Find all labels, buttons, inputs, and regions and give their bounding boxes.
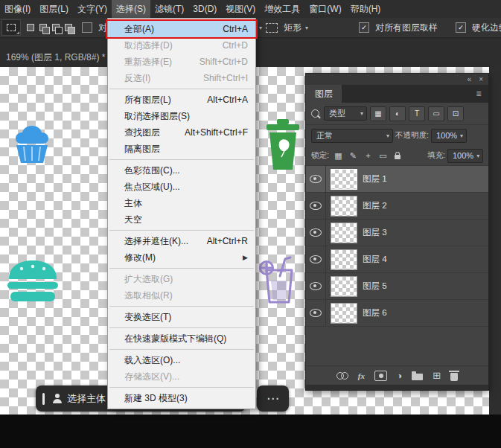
lock-row: 锁定: ▦ ✎ + ▭ 填充: 100% ▾: [306, 146, 488, 166]
menu-type[interactable]: 文字(Y): [73, 0, 112, 18]
lock-position-icon[interactable]: +: [363, 150, 374, 161]
adjustment-layer-icon[interactable]: ◑: [397, 371, 402, 381]
menu-item-focus-area[interactable]: 焦点区域(U)...: [108, 179, 255, 195]
panel-tab-bar: 图层 ≡: [306, 85, 488, 103]
new-group-icon[interactable]: [412, 374, 423, 380]
menu-item-grow[interactable]: 扩大选取(G): [108, 271, 255, 287]
select-subject-button[interactable]: 选择主体: [67, 392, 106, 406]
layer-thumbnail[interactable]: [331, 249, 357, 270]
menu-item-save-selection[interactable]: 存储选区(V)...: [108, 368, 255, 385]
layer-row[interactable]: 图层 6: [306, 300, 488, 327]
menu-item-select-and-mask[interactable]: 选择并遮住(K)... Alt+Ctrl+R: [108, 233, 255, 249]
layer-name: 图层 5: [363, 281, 387, 292]
filter-adjustment-icon[interactable]: ◐: [389, 106, 406, 121]
menu-item-color-range[interactable]: 色彩范围(C)...: [108, 162, 255, 179]
new-layer-icon[interactable]: ⊞: [433, 370, 441, 381]
delete-layer-icon[interactable]: [450, 373, 458, 381]
menu-item-transform-selection[interactable]: 变换选区(T): [108, 309, 255, 325]
menu-item-select-all[interactable]: 全部(A) Ctrl+A: [108, 21, 255, 37]
chevron-down-icon[interactable]: ▾: [259, 25, 262, 31]
filter-pixel-icon[interactable]: ▦: [370, 106, 386, 121]
blend-mode-dropdown[interactable]: 正常 ▾: [311, 129, 393, 143]
link-layers-icon[interactable]: [336, 372, 348, 380]
menu-item-label: 全部(A): [124, 23, 154, 36]
menu-item-reselect[interactable]: 重新选择(E) Shift+Ctrl+D: [108, 54, 255, 70]
layer-thumbnail[interactable]: [331, 303, 357, 324]
menu-select[interactable]: 选择(S): [112, 0, 150, 18]
panel-menu-icon[interactable]: ≡: [469, 85, 488, 103]
sample-all-layers-checkbox[interactable]: ✓: [359, 22, 369, 33]
visibility-toggle[interactable]: [306, 273, 326, 299]
opacity-dropdown[interactable]: 100% ▾: [431, 129, 467, 143]
filter-shape-icon[interactable]: ▭: [428, 106, 444, 121]
layer-row[interactable]: 图层 3: [306, 220, 488, 246]
fill-dropdown[interactable]: 100% ▾: [447, 149, 483, 163]
new-selection-icon[interactable]: [24, 21, 36, 34]
collapse-panel-icon[interactable]: «: [468, 75, 472, 83]
layer-thumbnail[interactable]: [331, 223, 357, 243]
menu-layer[interactable]: 图层(L): [35, 0, 73, 18]
object-selection-tool-icon: [7, 24, 16, 31]
menu-help[interactable]: 帮助(H): [346, 0, 386, 18]
lock-all-icon[interactable]: [392, 150, 403, 161]
layer-thumbnail[interactable]: [331, 169, 357, 190]
tab-layers[interactable]: 图层: [306, 85, 342, 103]
menu-item-new-3d-extrusion[interactable]: 新建 3D 模型(3): [108, 390, 255, 406]
menu-view[interactable]: 视图(V): [221, 0, 260, 18]
panel-dock-strip: [489, 67, 501, 415]
layer-row[interactable]: 图层 4: [306, 246, 488, 273]
mode-value[interactable]: 矩形: [284, 22, 301, 34]
menu-item-all-layers[interactable]: 所有图层(L) Alt+Ctrl+A: [108, 92, 255, 108]
tool-preset-button[interactable]: [1, 19, 21, 36]
panel-resize-edge[interactable]: [306, 385, 488, 390]
layer-mask-icon[interactable]: [374, 371, 387, 381]
mode-dropdown-icon[interactable]: ▾: [305, 25, 308, 31]
object-finder-checkbox[interactable]: [82, 22, 92, 33]
menu-item-edit-in-quick-mask[interactable]: 在快速蒙版模式下编辑(Q): [108, 330, 255, 347]
layer-thumbnail[interactable]: [331, 196, 357, 217]
close-panel-icon[interactable]: ×: [479, 75, 483, 83]
lock-artboard-icon[interactable]: ▭: [377, 150, 389, 161]
menu-window[interactable]: 窗口(W): [304, 0, 345, 18]
layer-row[interactable]: 图层 5: [306, 273, 488, 300]
menu-filter[interactable]: 滤镜(T): [150, 0, 188, 18]
filter-smart-object-icon[interactable]: ⊡: [447, 106, 464, 121]
eye-icon: [310, 175, 322, 183]
menu-item-label: 存储选区(V)...: [124, 371, 179, 383]
menu-item-modify[interactable]: 修改(M) ▶: [108, 249, 255, 266]
hard-edge-checkbox[interactable]: ✓: [456, 22, 466, 33]
menu-separator: [109, 268, 254, 269]
visibility-toggle[interactable]: [306, 300, 326, 326]
menu-item-deselect[interactable]: 取消选择(D) Ctrl+D: [108, 37, 255, 54]
menu-item-deselect-layers[interactable]: 取消选择图层(S): [108, 108, 255, 124]
filter-type-layer-icon[interactable]: T: [409, 106, 425, 121]
layer-row[interactable]: 图层 2: [306, 193, 488, 220]
menu-image[interactable]: 图像(I): [0, 0, 35, 18]
intersect-selection-icon[interactable]: [62, 21, 74, 34]
visibility-toggle[interactable]: [306, 220, 326, 246]
more-options-button[interactable]: ⋯: [257, 385, 289, 412]
menu-item-sky[interactable]: 天空: [108, 211, 255, 228]
visibility-toggle[interactable]: [306, 193, 326, 219]
menu-item-subject[interactable]: 主体: [108, 195, 255, 211]
menu-item-isolate-layers[interactable]: 隔离图层: [108, 141, 255, 157]
filter-type-dropdown[interactable]: 类型 ▾: [324, 106, 367, 121]
drag-handle[interactable]: [42, 393, 45, 405]
subtract-from-selection-icon[interactable]: [49, 21, 62, 34]
menu-3d[interactable]: 3D(D): [188, 0, 221, 18]
menu-item-inverse[interactable]: 反选(I) Shift+Ctrl+I: [108, 70, 255, 86]
lock-image-pixels-icon[interactable]: ✎: [348, 150, 359, 161]
add-to-selection-icon[interactable]: [36, 21, 49, 34]
menu-item-label: 修改(M): [124, 252, 156, 264]
layer-style-icon[interactable]: fx: [358, 371, 365, 380]
lock-transparent-pixels-icon[interactable]: ▦: [333, 150, 344, 161]
layer-thumbnail[interactable]: [331, 276, 357, 297]
menu-item-load-selection[interactable]: 载入选区(O)...: [108, 352, 255, 368]
layer-row[interactable]: 图层 1: [306, 166, 488, 193]
visibility-toggle[interactable]: [306, 246, 326, 272]
menu-plugins[interactable]: 增效工具: [260, 0, 304, 18]
menu-item-find-layers[interactable]: 查找图层 Alt+Shift+Ctrl+F: [108, 124, 255, 141]
visibility-toggle[interactable]: [306, 166, 326, 192]
menu-item-similar[interactable]: 选取相似(R): [108, 287, 255, 304]
layer-name: 图层 2: [363, 200, 387, 211]
